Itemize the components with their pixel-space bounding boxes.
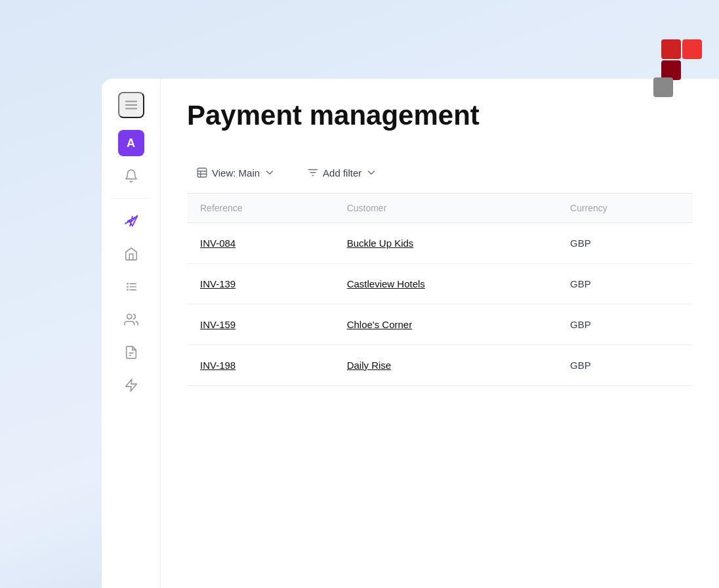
filter-label: Add filter [323,167,361,178]
sidebar-item-notifications[interactable] [118,163,144,189]
table-row[interactable]: INV-159Chloe's CornerGBP [187,304,693,345]
customer-link[interactable]: Chloe's Corner [347,319,413,330]
cell-customer[interactable]: Castleview Hotels [334,264,557,304]
sidebar-item-invoices[interactable] [118,339,144,366]
table-header-row: Reference Customer Currency [187,194,693,223]
customer-link[interactable]: Castleview Hotels [347,278,425,289]
cell-currency: GBP [557,264,693,304]
table-icon [196,167,208,178]
svg-rect-2 [661,60,681,80]
customer-link[interactable]: Buckle Up Kids [347,238,414,249]
sidebar: A [102,79,161,588]
svg-rect-1 [682,39,702,59]
cell-customer[interactable]: Buckle Up Kids [334,223,557,264]
svg-point-7 [127,283,129,285]
reference-link[interactable]: INV-198 [200,360,236,371]
view-button[interactable]: View: Main [187,161,285,184]
svg-rect-3 [653,77,673,97]
svg-point-13 [127,314,131,319]
cell-reference[interactable]: INV-139 [187,264,334,304]
svg-point-9 [127,286,129,288]
cell-reference[interactable]: INV-198 [187,345,334,386]
table-row[interactable]: INV-198Daily RiseGBP [187,345,693,386]
menu-button[interactable] [118,92,144,118]
col-currency: Currency [557,194,693,223]
sidebar-item-tasks[interactable] [118,274,144,300]
filter-button[interactable]: Add filter [298,161,386,184]
reference-link[interactable]: INV-084 [200,238,236,249]
cell-reference[interactable]: INV-084 [187,223,334,264]
reference-link[interactable]: INV-139 [200,278,236,289]
cell-currency: GBP [557,223,693,264]
svg-rect-0 [661,39,681,59]
customer-link[interactable]: Daily Rise [347,360,392,371]
toolbar: View: Main Add filter [187,152,693,194]
sidebar-item-filter[interactable] [118,208,144,234]
view-label: View: Main [212,167,260,178]
payments-table: Reference Customer Currency INV-084Buckl… [187,194,693,386]
cell-currency: GBP [557,345,693,386]
cell-currency: GBP [557,304,693,345]
cell-customer[interactable]: Daily Rise [334,345,557,386]
sidebar-item-actions[interactable] [118,372,144,398]
table-row[interactable]: INV-139Castleview HotelsGBP [187,264,693,304]
chevron-down-icon [264,167,276,178]
filter-icon [307,167,319,178]
table-body: INV-084Buckle Up KidsGBPINV-139Castlevie… [187,223,693,386]
reference-link[interactable]: INV-159 [200,319,236,330]
col-customer: Customer [334,194,557,223]
main-content: Payment management View: Main Add fil [161,79,719,588]
svg-rect-17 [197,168,207,177]
col-reference: Reference [187,194,334,223]
app-logo [627,33,706,112]
sidebar-item-contacts[interactable] [118,306,144,333]
sidebar-item-home[interactable] [118,241,144,267]
svg-point-11 [127,289,129,291]
avatar[interactable]: A [118,130,144,156]
cell-customer[interactable]: Chloe's Corner [334,304,557,345]
table-header: Reference Customer Currency [187,194,693,223]
svg-marker-16 [125,379,136,391]
page-title: Payment management [187,100,693,131]
cell-reference[interactable]: INV-159 [187,304,334,345]
sidebar-divider-1 [113,198,148,199]
chevron-down-icon-2 [365,167,377,178]
table-row[interactable]: INV-084Buckle Up KidsGBP [187,223,693,264]
